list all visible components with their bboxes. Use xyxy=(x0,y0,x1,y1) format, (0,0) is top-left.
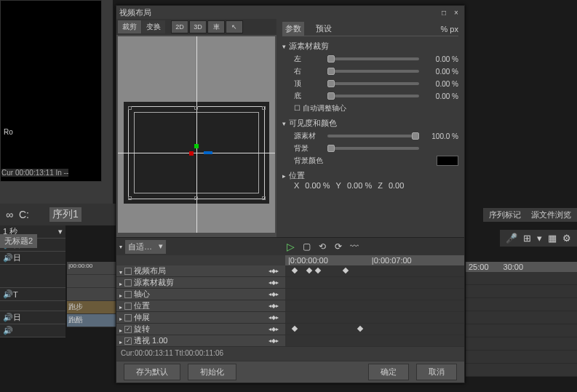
tab-params[interactable]: 参数 xyxy=(282,22,304,36)
handle-blue[interactable] xyxy=(204,151,212,154)
handle-red[interactable] xyxy=(189,151,194,156)
crop-slider[interactable] xyxy=(327,70,419,73)
unit-toggle[interactable]: % px xyxy=(441,25,458,33)
crop-label: 右 xyxy=(294,66,323,76)
tab-presets[interactable]: 预设 xyxy=(313,22,335,36)
kf-nav[interactable]: ◂◆▸ xyxy=(262,265,285,276)
save-default-button[interactable]: 存为默认 xyxy=(124,364,180,380)
src-label: 源素材 xyxy=(294,131,323,141)
bgcolor-swatch[interactable] xyxy=(437,156,458,166)
loop-icon[interactable]: ▢ xyxy=(298,240,314,253)
clip-b[interactable]: 跑酷 xyxy=(67,314,118,327)
rotate-label: Ro xyxy=(4,128,13,136)
mode-arrow[interactable]: ↖ xyxy=(226,20,243,33)
auto-axis-checkbox[interactable]: 自动调整轴心 xyxy=(294,103,458,113)
kf-nav[interactable]: ◂◆▸ xyxy=(262,312,285,323)
titlebar[interactable]: 视频布局 □ × xyxy=(116,6,464,19)
src-value: 100.0 % xyxy=(423,132,458,140)
track-h2[interactable]: 🔊日 xyxy=(0,252,65,265)
kf-lane[interactable] xyxy=(285,300,464,311)
expand-icon[interactable]: ▾ xyxy=(119,244,122,250)
track-h3[interactable]: 🔊日 xyxy=(0,311,65,324)
init-button[interactable]: 初始化 xyxy=(188,364,236,380)
crop-slider[interactable] xyxy=(327,95,419,97)
section-visibility: 可见度和颜色 源素材 100.0 % 背景 背景颜色 xyxy=(282,118,458,166)
kf-row-name[interactable]: ✓旋转 xyxy=(116,324,262,335)
kf-nav[interactable]: ◂◆▸ xyxy=(262,289,285,300)
crop-header[interactable]: 源素材裁剪 xyxy=(282,41,458,52)
kf-lane[interactable] xyxy=(285,324,464,335)
link-icon[interactable]: ∞ xyxy=(6,209,13,220)
track-t[interactable]: 🔊T xyxy=(0,288,65,301)
kf-timecode: Cur:00:00:13:11 Ttl:00:00:11:06 xyxy=(116,347,464,359)
pos-header[interactable]: 位置 xyxy=(282,170,458,181)
prev-kf-icon[interactable]: ⟲ xyxy=(314,240,330,253)
settings-icon[interactable]: ⚙ xyxy=(562,233,571,244)
crop-label: 底 xyxy=(294,91,323,101)
mode-car[interactable]: 車 xyxy=(207,20,225,33)
mode-3d[interactable]: 3D xyxy=(189,20,207,33)
kf-lane[interactable] xyxy=(285,289,464,300)
tab-browser[interactable]: 源文件浏览 xyxy=(531,209,571,220)
kf-ruler[interactable]: |0:00:00:00|0:00:07:00 xyxy=(285,255,464,265)
tool2-icon[interactable]: ▾ xyxy=(537,233,542,244)
crop-label: 顶 xyxy=(294,79,323,89)
kf-lane[interactable] xyxy=(285,277,464,288)
tool-icon[interactable]: ⊞ xyxy=(523,233,531,244)
tab-markers[interactable]: 序列标记 xyxy=(489,209,521,220)
crop-slider[interactable] xyxy=(327,57,419,60)
crop-value: 0.00 % xyxy=(423,55,458,63)
crop-value: 0.00 % xyxy=(423,68,458,76)
kf-lane[interactable] xyxy=(285,335,464,346)
ok-button[interactable]: 确定 xyxy=(368,364,409,380)
button-bar: 存为默认 初始化 确定 取消 xyxy=(116,361,464,383)
mode-2d[interactable]: 2D xyxy=(171,20,188,33)
bg-monitor: Ro xyxy=(0,0,102,182)
fit-dropdown[interactable]: 自适…▾ xyxy=(125,240,166,254)
bgcolor-label: 背景颜色 xyxy=(294,156,338,166)
bg-label: 背景 xyxy=(294,143,323,153)
params-pane: 参数 预设 % px 源素材裁剪 左0.00 %右0.00 %顶0.00 %底0… xyxy=(276,19,464,237)
src-slider[interactable] xyxy=(327,135,419,137)
next-kf-icon[interactable]: ⟳ xyxy=(330,240,346,253)
kf-nav[interactable]: ◂◆▸ xyxy=(262,300,285,311)
right-timeline: 25:00 30:00 xyxy=(466,262,577,377)
tool-tabs: 裁剪 变换 2D 3D 車 ↖ xyxy=(116,19,276,35)
cancel-button[interactable]: 取消 xyxy=(416,364,457,380)
minimize-icon[interactable]: □ xyxy=(439,9,449,17)
grid-icon[interactable]: ▦ xyxy=(548,233,557,244)
bg-slider[interactable] xyxy=(327,147,419,150)
kf-lane[interactable] xyxy=(285,265,464,276)
tab-crop[interactable]: 裁剪 xyxy=(118,20,141,33)
kf-nav[interactable]: ◂◆▸ xyxy=(262,277,285,288)
kf-row-name[interactable]: 位置 xyxy=(116,300,262,311)
crop-slider[interactable] xyxy=(327,82,419,85)
kf-row-name[interactable]: 轴心 xyxy=(116,289,262,300)
kf-row-name[interactable]: ✓透视 1.00 xyxy=(116,335,262,346)
kf-nav[interactable]: ◂◆▸ xyxy=(262,324,285,335)
vis-header[interactable]: 可见度和颜色 xyxy=(282,118,458,129)
video-layout-dialog: 视频布局 □ × 裁剪 变换 2D 3D 車 ↖ xyxy=(116,5,465,383)
tab-transform[interactable]: 变换 xyxy=(142,20,165,33)
right-tabs: 序列标记 源文件浏览 xyxy=(483,208,577,222)
mic-icon[interactable]: 🎤 xyxy=(506,233,517,244)
kf-row-name[interactable]: 视频布局 xyxy=(116,265,262,276)
handle-green[interactable] xyxy=(194,144,199,148)
clip-a[interactable]: 跑步 xyxy=(67,301,118,314)
track-clips: |00:00:00 跑步 跑酷 xyxy=(67,262,118,327)
curve-icon[interactable]: 〰 xyxy=(346,240,362,253)
kf-row-name[interactable]: 源素材裁剪 xyxy=(116,277,262,288)
close-icon[interactable]: × xyxy=(451,9,461,17)
left-pane: 裁剪 变换 2D 3D 車 ↖ xyxy=(116,19,276,237)
cut-icon[interactable]: C: xyxy=(19,209,29,220)
preview-canvas[interactable] xyxy=(118,36,275,233)
kf-row-name[interactable]: 伸展 xyxy=(116,312,262,323)
section-position: 位置 X0.00 % Y0.00 % Z0.00 xyxy=(282,170,458,190)
play-icon[interactable]: ▷ xyxy=(282,240,298,253)
kf-lane[interactable] xyxy=(285,312,464,323)
seq-name[interactable]: 序列1 xyxy=(49,207,81,222)
crop-label: 左 xyxy=(294,54,323,64)
kf-nav[interactable]: ◂◆▸ xyxy=(262,335,285,346)
section-crop: 源素材裁剪 左0.00 %右0.00 %顶0.00 %底0.00 % 自动调整轴… xyxy=(282,41,458,113)
sequence-tab[interactable]: 无标题2 xyxy=(0,234,37,248)
